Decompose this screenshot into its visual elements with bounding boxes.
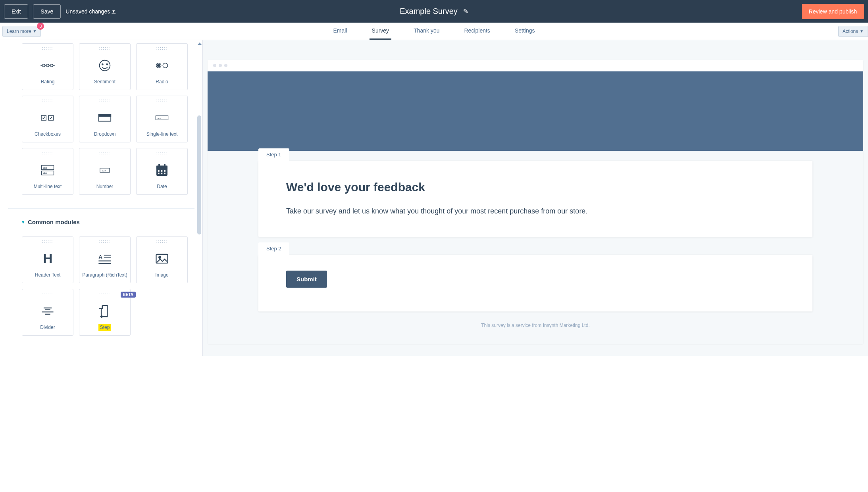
module-date[interactable]: :::::: Date	[136, 148, 188, 195]
module-label: Sentiment	[94, 79, 115, 90]
svg-rect-43	[45, 313, 50, 314]
survey-heading: We'd love your feedback	[286, 181, 785, 194]
svg-rect-25	[164, 164, 166, 167]
module-multi-line-text[interactable]: :::::: abcabc Multi-line text	[22, 148, 73, 195]
tab-thank-you[interactable]: Thank you	[411, 23, 442, 40]
module-label: Header Text	[35, 272, 60, 283]
svg-text:A: A	[98, 254, 102, 260]
svg-rect-26	[158, 170, 160, 172]
svg-rect-23	[156, 165, 167, 169]
drag-handle-icon: ::::::	[156, 151, 168, 156]
module-step[interactable]: BETA :::::: Step	[79, 289, 131, 336]
module-label: Paragraph (RichText)	[82, 272, 127, 283]
module-label: Step	[98, 325, 112, 335]
svg-rect-37	[98, 263, 111, 264]
module-checkboxes[interactable]: :::::: Checkboxes	[22, 96, 73, 142]
module-label: Rating	[41, 79, 55, 90]
module-image[interactable]: :::::: Image	[136, 236, 188, 283]
module-number[interactable]: :::::: 123 Number	[79, 148, 131, 195]
step-1-tab[interactable]: Step 1	[258, 148, 289, 161]
module-label: Number	[96, 184, 114, 194]
svg-point-5	[102, 63, 103, 65]
svg-rect-29	[158, 173, 160, 174]
main-area: :::::: Rating :::::: Sentiment :::::: Ra…	[0, 40, 868, 356]
date-icon	[137, 156, 187, 184]
save-button[interactable]: Save	[33, 4, 61, 19]
module-label: Image	[155, 272, 168, 283]
learn-more-badge: 3	[37, 23, 44, 30]
edit-title-icon[interactable]: ✎	[463, 8, 468, 15]
svg-point-3	[50, 64, 53, 66]
step-2-tab[interactable]: Step 2	[258, 242, 289, 255]
divider-icon	[22, 297, 73, 325]
tab-email[interactable]: Email	[331, 23, 350, 40]
tab-survey[interactable]: Survey	[370, 23, 392, 40]
svg-rect-36	[98, 260, 111, 261]
learn-more-dropdown[interactable]: Learn more ▼	[2, 26, 41, 37]
module-label: Radio	[156, 79, 168, 90]
svg-rect-41	[45, 309, 50, 310]
radio-icon	[137, 52, 187, 79]
step-icon	[79, 297, 130, 325]
svg-rect-35	[104, 257, 111, 258]
header-text-icon: H	[22, 245, 73, 272]
submit-button[interactable]: Submit	[286, 271, 327, 288]
drag-handle-icon: ::::::	[99, 151, 111, 156]
module-label: Multi-line text	[34, 184, 62, 194]
svg-text:123: 123	[102, 169, 106, 171]
actions-label: Actions	[843, 29, 858, 34]
svg-rect-24	[158, 164, 160, 167]
multi-line-text-icon: abcabc	[22, 156, 73, 184]
step-2-label: Step 2	[266, 246, 281, 252]
drag-handle-icon: ::::::	[156, 46, 168, 52]
preview-window: Step 1 We'd love your feedback Take our …	[208, 60, 863, 344]
paragraph-icon: A	[79, 245, 130, 272]
survey-step-1-card[interactable]: We'd love your feedback Take our survey …	[258, 161, 812, 237]
module-dropdown[interactable]: :::::: Dropdown	[79, 96, 131, 142]
caret-down-icon: ▼	[33, 29, 37, 33]
unsaved-changes-label: Unsaved changes	[65, 8, 110, 15]
actions-dropdown[interactable]: Actions ▼	[838, 26, 868, 37]
module-paragraph[interactable]: :::::: A Paragraph (RichText)	[79, 236, 131, 283]
svg-point-1	[42, 64, 45, 66]
tab-recipients[interactable]: Recipients	[462, 23, 493, 40]
chevron-down-icon: ▾	[22, 219, 25, 225]
caret-down-icon: ▼	[112, 9, 115, 13]
svg-point-9	[163, 63, 167, 67]
tab-settings[interactable]: Settings	[512, 23, 537, 40]
drag-handle-icon: ::::::	[42, 292, 54, 297]
learn-more-label: Learn more	[7, 29, 31, 34]
module-sentiment[interactable]: :::::: Sentiment	[79, 43, 131, 90]
module-radio[interactable]: :::::: Radio	[136, 43, 188, 90]
module-divider[interactable]: :::::: Divider	[22, 289, 73, 336]
single-line-text-icon: abc	[137, 104, 187, 131]
module-label: Date	[157, 184, 167, 194]
top-bar: Exit Save Unsaved changes ▼ Example Surv…	[0, 0, 868, 23]
unsaved-changes-dropdown[interactable]: Unsaved changes ▼	[65, 8, 115, 15]
module-single-line-text[interactable]: :::::: abc Single-line text	[136, 96, 188, 142]
scrollbar[interactable]	[196, 40, 202, 356]
svg-rect-31	[164, 173, 166, 174]
rating-icon	[22, 52, 73, 79]
module-label: Dropdown	[94, 131, 116, 142]
caret-down-icon: ▼	[860, 29, 864, 33]
svg-point-8	[158, 64, 160, 66]
review-publish-button[interactable]: Review and publish	[802, 4, 864, 19]
svg-point-2	[46, 64, 49, 66]
exit-button[interactable]: Exit	[4, 4, 28, 19]
survey-body-text: Take our survey and let us know what you…	[286, 206, 785, 217]
svg-rect-42	[42, 311, 53, 312]
survey-title: Example Survey	[400, 7, 458, 16]
dropdown-icon	[79, 104, 130, 131]
section-divider	[8, 208, 194, 209]
preview-pane: Step 1 We'd love your feedback Take our …	[202, 40, 868, 356]
svg-point-6	[106, 63, 108, 65]
module-header-text[interactable]: :::::: H Header Text	[22, 236, 73, 283]
image-icon	[137, 245, 187, 272]
module-label: Single-line text	[146, 131, 178, 142]
module-rating[interactable]: :::::: Rating	[22, 43, 73, 90]
svg-rect-30	[161, 173, 162, 174]
common-modules-toggle[interactable]: ▾ Common modules	[8, 219, 194, 225]
svg-text:abc: abc	[158, 117, 162, 119]
survey-step-2-card[interactable]: Submit	[258, 255, 812, 311]
